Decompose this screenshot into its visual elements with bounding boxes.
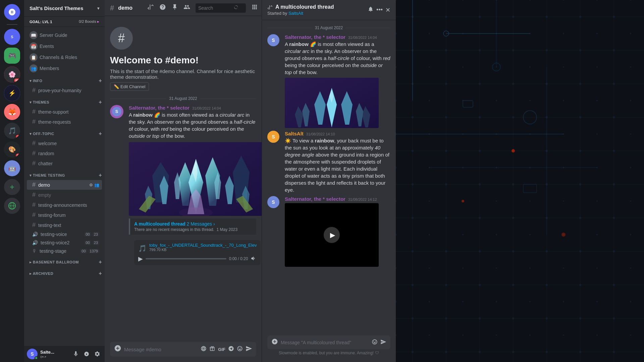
welcome-icon: # — [110, 27, 133, 50]
thread-message-input[interactable] — [281, 340, 369, 345]
channel-demo[interactable]: # demo ⚙ 👥 — [27, 180, 102, 190]
thread-message-avatar-2[interactable]: S — [267, 131, 279, 143]
channel-theme-support[interactable]: # theme-support — [27, 107, 102, 117]
channel-welcome[interactable]: # welcome — [27, 138, 102, 148]
thread-message-author-2[interactable]: SaltsAlt — [285, 131, 304, 136]
audio-progress[interactable] — [146, 258, 226, 259]
section-theme-testing[interactable]: ▾ THEME TESTING + — [24, 171, 105, 180]
channel-testing-stage[interactable]: 🎙 testing-stage 00 1379 — [27, 247, 102, 255]
gift-icon[interactable] — [209, 346, 215, 353]
server-icon-6[interactable]: 🎵 1 — [4, 123, 20, 139]
members-item[interactable]: 👥 Members — [27, 63, 102, 74]
server-icon-4[interactable]: ⚡ — [4, 85, 20, 101]
section-off-topic[interactable]: ▾ OFF-TOPIC + — [24, 129, 105, 138]
channel-random[interactable]: # random — [27, 148, 102, 158]
channels-roles-item[interactable]: 📋 Channels & Roles — [27, 52, 102, 63]
channel-testing-text[interactable]: # testing-text — [27, 220, 102, 230]
volume-button[interactable] — [251, 255, 257, 262]
notification-icon[interactable] — [159, 4, 166, 12]
apps-icon[interactable] — [251, 4, 258, 12]
play-button[interactable]: ▶ — [138, 255, 143, 262]
sticker-icon[interactable] — [228, 346, 234, 353]
thread-bell-icon[interactable] — [368, 6, 374, 14]
emoji-icon[interactable] — [237, 346, 243, 353]
gif-icon[interactable]: GIF — [218, 347, 225, 352]
section-basement-ballroom[interactable]: ▸ BASEMENT BALLROOM + — [24, 258, 105, 266]
section-themes[interactable]: ▾ THEMES + — [24, 98, 105, 107]
channel-prove-your-humanity[interactable]: # prove-your-humanity — [27, 85, 102, 95]
thread-send-button[interactable] — [380, 339, 386, 346]
attach-button[interactable] — [114, 345, 121, 354]
mute-button[interactable] — [71, 349, 80, 359]
add-info-button[interactable]: + — [99, 78, 102, 84]
thread-message-author-3[interactable]: Salternator, the * selector — [285, 196, 345, 202]
thread-more-icon[interactable]: ••• — [376, 6, 383, 13]
channel-chatter[interactable]: # chatter — [27, 159, 102, 168]
search-box[interactable] — [196, 3, 246, 13]
settings-button[interactable] — [93, 349, 102, 359]
message-author[interactable]: Salternator, the * selector — [129, 105, 190, 111]
deafen-button[interactable] — [82, 349, 91, 359]
add-off-topic-button[interactable]: + — [99, 131, 102, 137]
section-info[interactable]: ▾ INFO + — [24, 76, 105, 85]
translate-icon[interactable] — [201, 346, 207, 353]
thread-message-avatar-3[interactable]: S — [267, 196, 279, 208]
channel-testing-voice[interactable]: 🔊 testing-voice 00 23 — [27, 230, 102, 238]
message-avatar[interactable]: S — [110, 105, 123, 118]
server-icon-8[interactable]: 🤖 — [4, 160, 20, 176]
channel-testing-forum[interactable]: # testing-forum — [27, 210, 102, 220]
add-server-button[interactable]: + — [4, 179, 20, 195]
svg-text:S: S — [115, 109, 118, 114]
edit-channel-button[interactable]: ✏️ Edit Channel — [110, 82, 149, 91]
user-avatar[interactable]: S — [27, 349, 38, 359]
server-name: Salt's Discord Themes — [30, 5, 83, 11]
members-list-icon[interactable] — [183, 4, 190, 12]
thread-starter-link[interactable]: SaltsAlt — [288, 11, 303, 16]
thread-icon[interactable] — [147, 4, 154, 12]
channel-testing-announcements[interactable]: # testing-announcements — [27, 200, 102, 210]
add-theme-testing-button[interactable]: + — [99, 172, 102, 178]
thread-close-icon[interactable]: ✕ — [385, 6, 390, 14]
thread-attach-button[interactable] — [271, 338, 278, 347]
server-icon-3[interactable]: 🌸 65 — [4, 66, 20, 82]
channel-testing-voice2[interactable]: 🔊 testing-voice2 00 23 — [27, 239, 102, 247]
send-button[interactable] — [246, 345, 252, 354]
events-item[interactable]: 📅 Events — [27, 41, 102, 52]
thread-panel-title-text: A multicoloured thread — [275, 4, 334, 10]
channel-hash-icon: # — [110, 4, 114, 12]
add-basement-button[interactable]: + — [99, 259, 102, 265]
svg-rect-5 — [150, 5, 150, 10]
thread-title[interactable]: A multicoloured thread — [134, 221, 185, 227]
server-icon-5[interactable]: 🦊 — [4, 104, 20, 120]
explore-icon[interactable] — [4, 198, 20, 214]
server-icon-1[interactable]: S — [4, 29, 20, 45]
section-archived[interactable]: ▸ ARCHIVED + — [24, 269, 105, 278]
search-input[interactable] — [198, 5, 232, 11]
members-icon[interactable]: 👥 — [94, 183, 99, 187]
pin-icon[interactable] — [171, 4, 178, 12]
add-archived-button[interactable]: + — [99, 270, 102, 277]
home-server-icon[interactable] — [4, 4, 20, 20]
server-sidebar: S 🎮 🌸 65 ⚡ 🦊 🎵 1 🎨 5 🤖 + — [0, 0, 24, 362]
message-input[interactable] — [124, 347, 198, 352]
server-guide-item[interactable]: 📖 Server Guide — [27, 30, 102, 41]
server-icon-2[interactable]: 🎮 — [4, 48, 20, 64]
channel-header-name: demo — [118, 5, 132, 11]
audio-filename[interactable]: toby_fox_-_UNDERTALE_Soundtrack_-_70_Lon… — [149, 243, 257, 248]
server-icon-7[interactable]: 🎨 5 — [4, 141, 20, 158]
channel-theme-requests[interactable]: # theme-requests — [27, 117, 102, 127]
video-attachment[interactable]: ▶ — [285, 203, 379, 267]
thread-message-count[interactable]: 2 Messages › — [187, 221, 215, 227]
channel-empty[interactable]: # empty — [27, 190, 102, 200]
speaker-icon: 🔊 — [32, 240, 38, 245]
hash-icon: # — [32, 160, 36, 167]
message-input-box: GIF — [110, 342, 256, 357]
boost-bar[interactable]: GOAL: LVL 1 0/2 Boosts ▸ — [24, 17, 105, 27]
username-label: Salte... — [40, 350, 68, 355]
thread-message-author[interactable]: Salternator, the * selector — [285, 34, 345, 40]
settings-icon[interactable]: ⚙ — [89, 183, 93, 187]
add-themes-button[interactable]: + — [99, 99, 102, 105]
server-header[interactable]: Salt's Discord Themes ▾ — [24, 0, 105, 17]
thread-emoji-button[interactable] — [372, 339, 378, 346]
thread-message-avatar[interactable]: S — [267, 34, 279, 46]
